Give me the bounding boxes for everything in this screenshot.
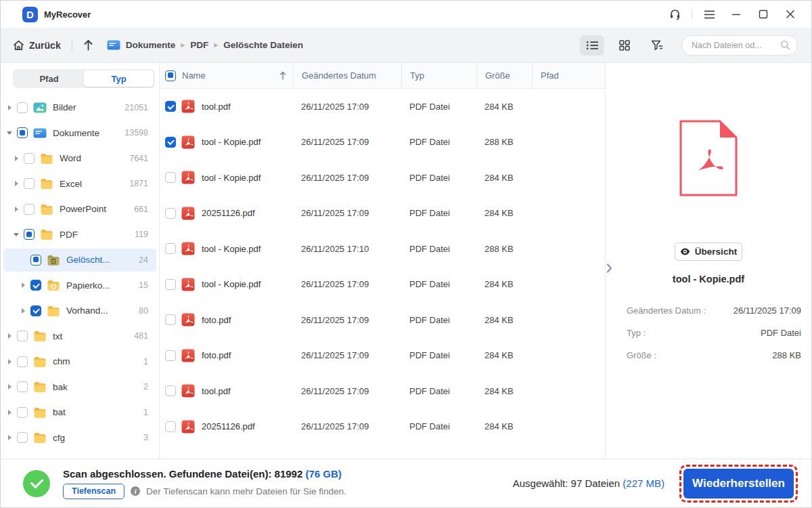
- row-checkbox[interactable]: [165, 421, 176, 432]
- table-row[interactable]: 20251126.pdf26/11/2025 17:09PDF Datei284…: [160, 409, 605, 445]
- search-input[interactable]: [692, 41, 780, 50]
- sidebar-item-excel[interactable]: Excel1871: [1, 171, 159, 197]
- file-type: PDF Datei: [401, 173, 476, 183]
- collapse-panel-icon[interactable]: [606, 263, 612, 276]
- expand-arrow-icon[interactable]: [12, 207, 21, 212]
- tree-checkbox[interactable]: [17, 331, 28, 341]
- up-button[interactable]: [83, 39, 93, 51]
- menu-icon[interactable]: [699, 5, 719, 24]
- table-row[interactable]: tool - Kopie.pdf26/11/2025 17:09PDF Date…: [160, 125, 605, 161]
- sidebar-item-cfg[interactable]: cfg3: [1, 425, 159, 451]
- sidebar-item-dokumente[interactable]: Dokumente13598: [1, 121, 159, 146]
- filter-icon[interactable]: [645, 35, 669, 56]
- table-row[interactable]: tool - Kopie.pdf26/11/2025 17:09PDF Date…: [160, 267, 605, 303]
- grid-view-icon[interactable]: [612, 35, 637, 56]
- folder-icon: [33, 356, 47, 367]
- expand-arrow-icon[interactable]: [5, 384, 14, 389]
- tree-checkbox[interactable]: [30, 305, 41, 316]
- column-header-size[interactable]: Größe: [476, 63, 532, 88]
- expand-arrow-icon[interactable]: [12, 181, 21, 186]
- expand-arrow-icon[interactable]: [12, 156, 21, 161]
- deep-scan-button[interactable]: Tiefenscan: [63, 484, 125, 499]
- breadcrumb-item[interactable]: Dokumente: [126, 40, 176, 50]
- tree-item-label: PDF: [60, 230, 78, 240]
- breadcrumb-item[interactable]: Gelöschte Dateien: [223, 40, 303, 50]
- minimize-icon[interactable]: [726, 5, 746, 24]
- sidebar-item-powerpoint[interactable]: PowerPoint661: [1, 196, 159, 222]
- headset-icon[interactable]: [664, 5, 685, 24]
- expand-arrow-icon[interactable]: [5, 410, 14, 415]
- table-row[interactable]: tool.pdf26/11/2025 17:09PDF Datei284 KB: [160, 89, 605, 125]
- tree-checkbox[interactable]: [24, 153, 35, 164]
- expand-arrow-icon[interactable]: [18, 282, 28, 288]
- sort-ascending-icon: [279, 71, 286, 80]
- row-checkbox[interactable]: [165, 208, 176, 219]
- table-row[interactable]: foto.pdf26/11/2025 17:09PDF Datei284 KB: [160, 338, 605, 374]
- chevron-right-icon: [8, 333, 12, 339]
- table-row[interactable]: 20251126.pdf26/11/2025 17:09PDF Datei284…: [160, 196, 605, 232]
- sidebar-item-txt[interactable]: txt481: [1, 324, 159, 350]
- column-header-date[interactable]: Geändertes Datum: [293, 63, 401, 88]
- tab-pfad[interactable]: Pfad: [14, 70, 84, 87]
- sidebar-item-bak[interactable]: bak2: [1, 375, 159, 400]
- sidebar-item-bat[interactable]: bat1: [1, 400, 159, 425]
- close-icon[interactable]: [780, 5, 800, 24]
- row-checkbox[interactable]: [165, 172, 176, 183]
- sidebar-item-pdf[interactable]: PDF119: [1, 222, 159, 248]
- maximize-icon[interactable]: [753, 5, 773, 24]
- row-checkbox[interactable]: [165, 101, 176, 112]
- tree-checkbox[interactable]: [17, 381, 28, 392]
- sidebar-item-papierko[interactable]: Papierko...15: [1, 273, 159, 299]
- document-icon: [33, 128, 47, 138]
- tree-checkbox[interactable]: [24, 178, 35, 189]
- row-checkbox[interactable]: [165, 385, 176, 396]
- expand-arrow-icon[interactable]: [5, 435, 14, 440]
- breadcrumb-item[interactable]: PDF: [190, 40, 208, 50]
- expand-arrow-icon[interactable]: [5, 131, 14, 135]
- sidebar-item-bilder[interactable]: Bilder21051: [1, 95, 159, 121]
- table-row[interactable]: tool - Kopie.pdf26/11/2025 17:09PDF Date…: [160, 160, 605, 196]
- expand-arrow-icon[interactable]: [5, 105, 14, 110]
- row-checkbox[interactable]: [165, 243, 176, 254]
- table-row[interactable]: tool - Kopie.pdf26/11/2025 17:10PDF Date…: [160, 231, 605, 267]
- sidebar-item-vorhand[interactable]: Vorhand...80: [1, 298, 159, 324]
- overview-button[interactable]: Übersicht: [675, 242, 742, 261]
- folder-icon: [40, 229, 53, 240]
- expand-arrow-icon[interactable]: [5, 359, 14, 364]
- back-button[interactable]: Zurück: [13, 40, 61, 51]
- tree-item-label: cfg: [53, 433, 65, 443]
- folder-tree: Bilder21051Dokumente13598Word7641Excel18…: [1, 92, 159, 459]
- expand-arrow-icon[interactable]: [18, 308, 28, 314]
- tree-checkbox[interactable]: [30, 255, 41, 266]
- recover-button[interactable]: Wiederherstellen: [683, 469, 794, 499]
- table-row[interactable]: tool.pdf26/11/2025 17:09PDF Datei284 KB: [160, 373, 605, 409]
- column-header-type[interactable]: Typ: [401, 63, 476, 88]
- folder-icon: [40, 204, 53, 215]
- sidebar-item-word[interactable]: Word7641: [1, 146, 159, 171]
- select-all-checkbox[interactable]: [165, 70, 176, 81]
- sidebar-item-chm[interactable]: chm1: [1, 349, 159, 375]
- list-view-icon[interactable]: [580, 35, 604, 56]
- column-header-path[interactable]: Pfad: [532, 63, 605, 88]
- expand-arrow-icon[interactable]: [5, 333, 14, 339]
- sidebar-item-gel-scht[interactable]: Gelöscht...24: [1, 247, 159, 273]
- tree-checkbox[interactable]: [17, 407, 28, 418]
- tree-item-count: 3: [143, 433, 148, 442]
- row-checkbox[interactable]: [165, 314, 176, 325]
- row-checkbox[interactable]: [165, 137, 176, 148]
- tree-checkbox[interactable]: [17, 356, 28, 367]
- search-box: [681, 35, 798, 56]
- tree-checkbox[interactable]: [24, 204, 35, 215]
- tree-checkbox[interactable]: [17, 432, 28, 443]
- tree-checkbox[interactable]: [17, 127, 28, 138]
- row-checkbox[interactable]: [165, 279, 176, 290]
- tree-checkbox[interactable]: [17, 102, 28, 113]
- tree-checkbox[interactable]: [24, 229, 35, 240]
- table-row[interactable]: foto.pdf26/11/2025 17:09PDF Datei284 KB: [160, 302, 605, 338]
- tree-checkbox[interactable]: [30, 280, 41, 291]
- tree-item-count: 7641: [129, 154, 148, 163]
- expand-arrow-icon[interactable]: [12, 233, 21, 236]
- column-header-name[interactable]: Name: [160, 63, 293, 88]
- tab-typ[interactable]: Typ: [84, 70, 154, 87]
- row-checkbox[interactable]: [165, 350, 176, 361]
